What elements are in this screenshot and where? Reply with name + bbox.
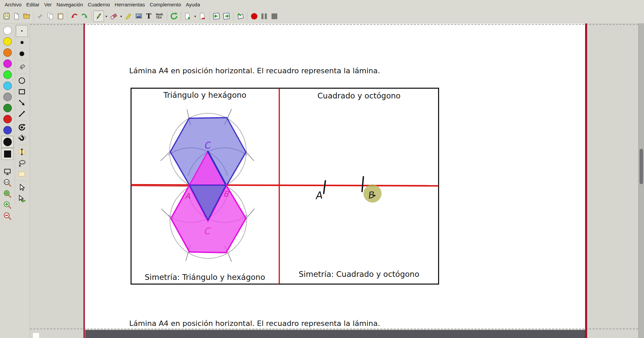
save-icon: [2, 12, 10, 20]
refresh-button[interactable]: [169, 11, 179, 22]
chevron-down-icon: ▾: [193, 14, 197, 18]
select-object-tool[interactable]: [16, 182, 28, 193]
insert-image-button[interactable]: [134, 11, 144, 22]
menu-ver[interactable]: Ver: [42, 2, 54, 7]
zoom-100-label: 1:1: [5, 181, 8, 183]
zoom-original-button[interactable]: 1:1: [2, 177, 13, 188]
sync-icon: [170, 12, 178, 20]
cursor-play-icon: [17, 194, 26, 203]
redo-button[interactable]: [79, 11, 90, 22]
new-file-button[interactable]: [11, 11, 22, 22]
color-swatch-magenta[interactable]: [3, 59, 12, 68]
color-swatch-darkgreen[interactable]: [3, 104, 12, 112]
menu-cuaderno[interactable]: Cuaderno: [85, 2, 112, 7]
eraser-icon: [110, 12, 118, 20]
zoom-in-button[interactable]: [2, 199, 13, 210]
zoom-fit-button[interactable]: [2, 188, 13, 199]
shape-swatch-square-selected[interactable]: [1, 148, 13, 160]
page-margin-line-right: [585, 24, 587, 338]
stop-button[interactable]: [269, 11, 279, 22]
open-button[interactable]: [22, 11, 32, 22]
pause-button[interactable]: [259, 11, 269, 22]
color-swatch-orange[interactable]: [3, 48, 12, 57]
copy-button[interactable]: [45, 11, 56, 22]
rotate-icon: [17, 123, 26, 132]
next-page-icon: [222, 12, 231, 20]
record-icon: [251, 13, 257, 19]
cut-button[interactable]: ✂: [35, 11, 45, 22]
pen-size-fine-selected[interactable]: [16, 25, 28, 37]
circle-tool-icon: [18, 77, 26, 85]
menu-herramientas[interactable]: Herramientas: [112, 2, 147, 7]
toolbar-separator: [247, 12, 247, 20]
stop-icon: [272, 13, 277, 19]
color-swatch-black-selected[interactable]: [1, 136, 13, 148]
text-tool-button[interactable]: T: [144, 11, 154, 22]
play-object-tool[interactable]: [16, 193, 28, 204]
paste-button[interactable]: [56, 11, 66, 22]
next-page-button[interactable]: [221, 11, 231, 22]
eraser-tool-button[interactable]: [109, 11, 119, 22]
menu-editar[interactable]: Editar: [24, 2, 42, 7]
toolbar-separator: [181, 12, 181, 20]
menu-navegacion[interactable]: Navegación: [54, 2, 85, 7]
draw-rectangle-tool[interactable]: [16, 86, 28, 97]
menu-complemento[interactable]: Complemento: [147, 2, 183, 7]
color-swatch-gray[interactable]: [3, 93, 12, 101]
previous-page-icon: [212, 12, 221, 20]
pen-size-medium-button[interactable]: [16, 37, 28, 48]
vertical-space-tool[interactable]: [16, 146, 28, 157]
record-button[interactable]: [249, 11, 259, 22]
presentation-mode-button[interactable]: [2, 166, 13, 177]
zoom-out-icon: [3, 212, 12, 220]
add-page-options-button[interactable]: ▾: [193, 11, 198, 22]
highlighter-tool-button[interactable]: [123, 11, 134, 22]
toolbar-separator: [67, 12, 68, 20]
fill-bucket-icon: [17, 63, 26, 72]
math-tex-icon: Math TEX: [156, 13, 163, 19]
vertical-scrollbar[interactable]: [638, 24, 644, 338]
menu-ayuda[interactable]: Ayuda: [183, 2, 202, 7]
draw-line-tool[interactable]: [16, 108, 28, 119]
color-swatch-yellow[interactable]: [3, 37, 12, 46]
highlighter-icon: [124, 12, 133, 20]
color-swatch-red[interactable]: [3, 115, 12, 123]
color-swatch-green[interactable]: [3, 71, 12, 79]
quadrant-title-top-left: Triángulo y hexágono: [132, 91, 278, 99]
color-swatch-cyan[interactable]: [3, 82, 12, 90]
color-swatch-white[interactable]: [3, 26, 12, 35]
insert-page-copy-button[interactable]: [235, 11, 245, 22]
new-file-icon: [12, 12, 21, 20]
math-tex-button[interactable]: Math TEX: [154, 11, 165, 22]
draw-arrow-tool[interactable]: [16, 97, 28, 108]
zoom-out-button[interactable]: [2, 210, 13, 221]
pen-size-thick-button[interactable]: [16, 48, 28, 59]
delete-page-button[interactable]: [198, 11, 208, 22]
line-tool-icon: [18, 110, 26, 118]
menu-archivo[interactable]: Archivo: [2, 2, 24, 7]
pen-options-button[interactable]: ▾: [104, 11, 109, 22]
rect-select-tool[interactable]: [16, 168, 28, 179]
add-page-button[interactable]: [183, 11, 193, 22]
app-window: { "menu": {"items": ["Archivo","Editar",…: [0, 0, 644, 338]
open-folder-icon: [23, 12, 31, 20]
tick-a: [324, 181, 325, 194]
thick-dot-icon: [20, 51, 24, 56]
undo-button[interactable]: [69, 11, 79, 22]
rectangle-tool-icon: [18, 88, 26, 96]
fill-tool-button[interactable]: [16, 61, 28, 73]
previous-page-button[interactable]: [211, 11, 221, 22]
rotate-tool-button[interactable]: [16, 122, 28, 133]
color-swatch-blue[interactable]: [3, 126, 12, 134]
draw-circle-tool[interactable]: [16, 75, 28, 86]
eraser-options-button[interactable]: ▾: [119, 11, 123, 22]
snap-tool-button[interactable]: [16, 133, 28, 144]
lasso-select-tool[interactable]: [16, 157, 28, 168]
save-button[interactable]: [1, 11, 11, 22]
scrollbar-thumb[interactable]: [640, 149, 643, 184]
lasso-icon: [17, 159, 26, 167]
pen-tool-button[interactable]: [93, 10, 104, 22]
point-dot: [373, 195, 375, 196]
tool-column: [15, 25, 29, 204]
label-a-left: A: [185, 192, 190, 201]
